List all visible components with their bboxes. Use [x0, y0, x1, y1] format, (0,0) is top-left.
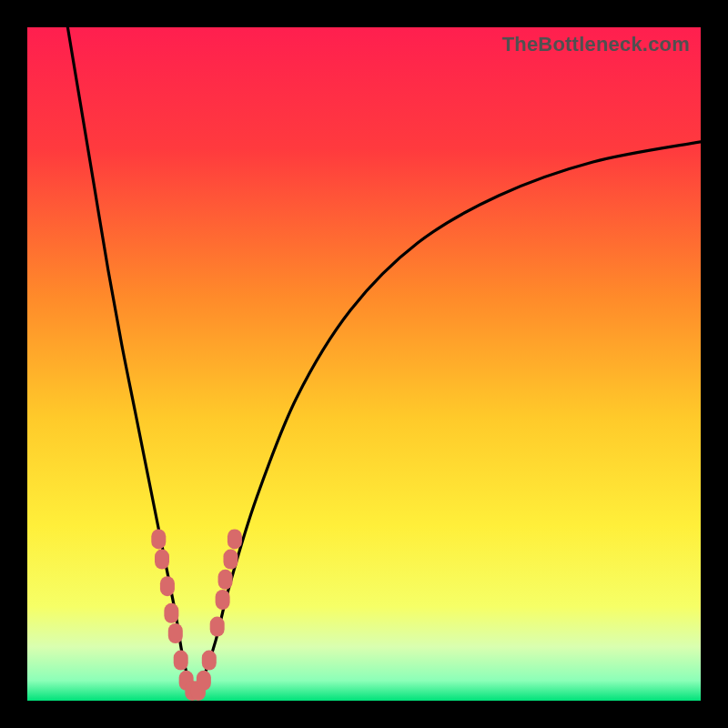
chart-frame: TheBottleneck.com — [0, 0, 728, 728]
curve-marker — [202, 651, 217, 671]
curve-marker — [168, 623, 183, 643]
curve-marker — [210, 617, 225, 637]
curve-marker — [197, 671, 211, 691]
curve-marker — [160, 576, 175, 596]
plot-area: TheBottleneck.com — [27, 27, 701, 701]
curve-marker — [223, 550, 238, 570]
curve-marker — [218, 570, 233, 590]
curve-marker — [155, 550, 169, 570]
curve-markers — [151, 529, 242, 701]
curve-marker — [164, 603, 178, 623]
curve-marker — [174, 651, 188, 671]
bottleneck-chart — [27, 27, 701, 701]
curve-marker — [216, 590, 230, 610]
curve-marker — [228, 529, 242, 549]
curve-marker — [151, 529, 166, 549]
